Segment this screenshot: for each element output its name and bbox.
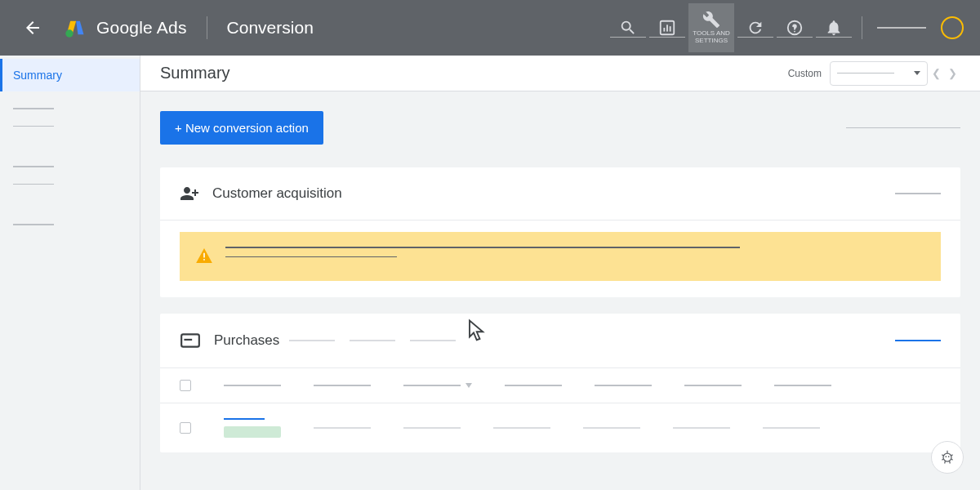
column-header-placeholder[interactable] — [224, 385, 281, 386]
secondary-link-placeholder[interactable] — [846, 127, 960, 129]
svg-point-19 — [948, 456, 950, 457]
google-ads-logo-icon — [64, 16, 87, 39]
status-badge — [224, 426, 281, 438]
new-conversion-action-button[interactable]: + New conversion action — [160, 111, 323, 145]
date-range-picker[interactable] — [830, 61, 928, 86]
warning-icon — [196, 248, 212, 266]
card-header: Customer acquisition — [160, 167, 960, 220]
content-area: + New conversion action Customer acquisi… — [140, 91, 980, 490]
sidebar-item-placeholder[interactable] — [13, 184, 54, 185]
page-title: Summary — [160, 64, 230, 82]
svg-rect-4 — [670, 26, 671, 31]
back-arrow-icon[interactable] — [16, 11, 49, 44]
help-icon — [786, 19, 804, 37]
reports-button[interactable] — [649, 3, 685, 52]
column-header-placeholder[interactable] — [314, 385, 371, 386]
svg-rect-7 — [203, 259, 205, 261]
topbar-right-group — [862, 16, 964, 39]
tools-settings-label: TOOLS AND SETTINGS — [688, 30, 734, 45]
cell-placeholder — [314, 427, 371, 429]
cell-placeholder — [673, 427, 730, 429]
cell-placeholder — [763, 427, 820, 429]
cell-placeholder — [403, 427, 461, 429]
refresh-button[interactable] — [737, 3, 773, 52]
brand-group[interactable]: Google Ads — [64, 16, 187, 39]
svg-rect-3 — [666, 24, 668, 31]
card-action-link[interactable] — [895, 340, 941, 341]
chevron-down-icon — [914, 71, 920, 75]
brand-text: Google Ads — [96, 18, 187, 38]
table-row[interactable] — [160, 403, 960, 452]
account-placeholder[interactable] — [877, 27, 926, 29]
sidebar: Summary — [0, 56, 140, 490]
wrench-icon — [702, 11, 720, 29]
alert-container — [160, 220, 960, 297]
person-add-icon — [180, 184, 199, 203]
sidebar-item-placeholder[interactable] — [13, 224, 54, 225]
tools-settings-button[interactable]: TOOLS AND SETTINGS — [688, 3, 734, 52]
search-button[interactable] — [610, 3, 646, 52]
cell-placeholder — [493, 427, 550, 429]
sidebar-item-placeholder[interactable] — [13, 108, 54, 109]
cell-placeholder — [583, 427, 640, 429]
alert-text-placeholder — [225, 247, 924, 257]
main-panel: Summary Custom ❮ ❯ + New conversion acti… — [140, 56, 980, 490]
page-breadcrumb: Conversion — [227, 18, 314, 38]
svg-rect-2 — [663, 28, 665, 32]
customer-acquisition-card: Customer acquisition — [160, 167, 960, 297]
column-header-placeholder[interactable] — [595, 385, 652, 386]
date-value-placeholder — [837, 73, 894, 74]
notifications-button[interactable] — [816, 3, 852, 52]
purchases-card: Purchases — [160, 314, 960, 452]
card-sublabel-placeholder — [410, 340, 456, 341]
svg-rect-6 — [203, 253, 205, 258]
bug-icon — [939, 449, 956, 466]
date-next-button[interactable]: ❯ — [944, 67, 960, 79]
card-title: Purchases — [214, 332, 279, 349]
table-header-row — [160, 368, 960, 403]
card-sublabel-placeholder — [289, 340, 335, 341]
cell-link-placeholder[interactable] — [224, 418, 265, 420]
svg-point-18 — [946, 456, 947, 457]
date-prev-button[interactable]: ❮ — [928, 67, 944, 79]
reports-icon — [658, 19, 676, 37]
svg-point-10 — [943, 453, 951, 461]
sidebar-item-summary[interactable]: Summary — [0, 59, 140, 91]
warning-alert — [180, 232, 941, 281]
search-icon — [619, 19, 637, 37]
card-title: Customer acquisition — [212, 185, 342, 202]
card-header: Purchases — [160, 314, 960, 368]
avatar[interactable] — [941, 16, 964, 39]
svg-rect-9 — [184, 339, 192, 341]
row-checkbox[interactable] — [180, 422, 191, 434]
main-header: Summary Custom ❮ ❯ — [140, 56, 980, 91]
bell-icon — [825, 19, 843, 37]
topbar: Google Ads Conversion TOOLS AND SETTINGS — [0, 0, 980, 56]
svg-line-17 — [950, 461, 951, 463]
topbar-tools: TOOLS AND SETTINGS — [610, 3, 852, 52]
column-header-placeholder[interactable] — [774, 385, 831, 386]
sidebar-item-placeholder[interactable] — [13, 126, 54, 127]
sort-desc-icon — [466, 383, 472, 388]
column-header-placeholder[interactable] — [505, 385, 562, 386]
card-action-placeholder[interactable] — [895, 193, 941, 194]
sortable-column-header[interactable] — [403, 383, 472, 388]
help-button[interactable] — [777, 3, 813, 52]
feedback-button[interactable] — [931, 441, 964, 474]
sidebar-item-placeholder[interactable] — [13, 166, 54, 167]
select-all-checkbox[interactable] — [180, 380, 191, 391]
card-sublabel-placeholder — [350, 340, 395, 341]
credit-card-icon — [180, 330, 201, 351]
date-range-label: Custom — [788, 68, 822, 79]
svg-point-0 — [65, 29, 73, 37]
topbar-divider-2 — [862, 16, 862, 39]
topbar-divider — [207, 16, 207, 39]
column-header-placeholder[interactable] — [684, 385, 742, 386]
refresh-icon — [746, 19, 764, 37]
svg-line-16 — [945, 461, 946, 463]
